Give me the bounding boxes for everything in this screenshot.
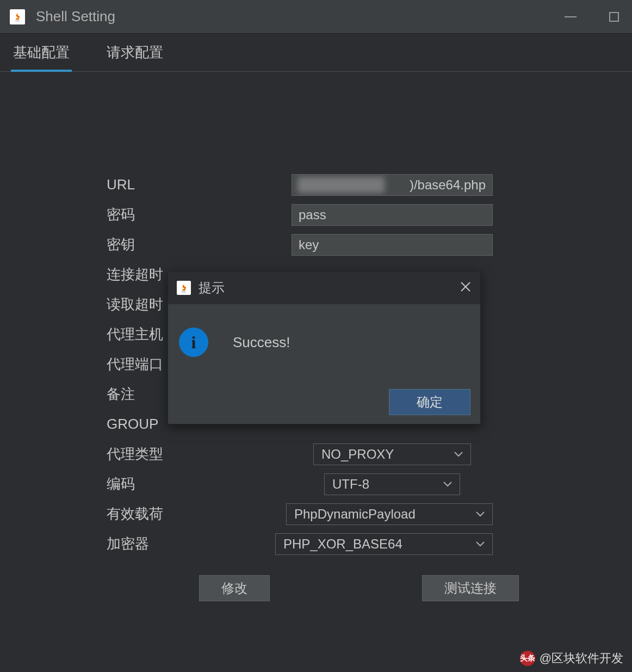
cryptor-value: PHP_XOR_BASE64 xyxy=(283,537,402,552)
label-url: URL xyxy=(107,176,292,193)
chevron-down-icon xyxy=(443,482,452,487)
modify-button[interactable]: 修改 xyxy=(199,575,270,601)
watermark-text: @区块软件开发 xyxy=(540,650,623,667)
dialog-titlebar: 提示 xyxy=(168,272,480,304)
row-password: 密码 xyxy=(107,200,632,230)
dialog-body: i Success! xyxy=(168,304,480,380)
url-visible-text: )/base64.php xyxy=(410,177,486,193)
test-connection-button[interactable]: 测试连接 xyxy=(422,575,519,601)
label-encoding: 编码 xyxy=(107,474,292,494)
titlebar: Shell Setting xyxy=(0,0,632,34)
dialog: 提示 i Success! 确定 xyxy=(168,271,481,424)
label-proxy-type: 代理类型 xyxy=(107,445,292,464)
url-blurred-region xyxy=(298,177,385,193)
button-row: 修改 测试连接 xyxy=(107,575,632,601)
window-title: Shell Setting xyxy=(36,8,562,25)
cryptor-select[interactable]: PHP_XOR_BASE64 xyxy=(275,533,493,555)
row-url: URL )/base64.php xyxy=(107,170,632,200)
java-icon xyxy=(10,9,25,24)
minimize-button[interactable] xyxy=(562,9,579,25)
encoding-select[interactable]: UTF-8 xyxy=(324,473,460,495)
password-input[interactable] xyxy=(292,204,493,226)
key-input[interactable] xyxy=(292,234,493,256)
tabs: 基础配置 请求配置 xyxy=(0,34,632,72)
row-key: 密钥 xyxy=(107,230,632,260)
url-input[interactable]: )/base64.php xyxy=(292,174,493,196)
label-payload: 有效载荷 xyxy=(107,504,292,523)
chevron-down-icon xyxy=(454,452,463,457)
label-key: 密钥 xyxy=(107,235,292,254)
payload-value: PhpDynamicPayload xyxy=(294,507,416,522)
chevron-down-icon xyxy=(476,541,485,547)
dialog-footer: 确定 xyxy=(168,380,480,424)
watermark-badge: 头条 xyxy=(520,651,535,666)
row-proxy-type: 代理类型 NO_PROXY xyxy=(107,439,632,469)
chevron-down-icon xyxy=(476,511,485,517)
tab-basic-config[interactable]: 基础配置 xyxy=(11,34,72,71)
label-password: 密码 xyxy=(107,205,292,224)
maximize-button[interactable] xyxy=(606,9,622,25)
window-controls xyxy=(562,9,622,25)
dialog-title-text: 提示 xyxy=(199,279,460,297)
tab-request-config[interactable]: 请求配置 xyxy=(104,34,165,71)
proxy-type-select[interactable]: NO_PROXY xyxy=(313,443,471,465)
info-icon: i xyxy=(179,328,208,357)
payload-select[interactable]: PhpDynamicPayload xyxy=(286,503,493,525)
label-cryptor: 加密器 xyxy=(107,534,292,553)
encoding-value: UTF-8 xyxy=(332,477,369,492)
proxy-type-value: NO_PROXY xyxy=(321,447,394,462)
row-encoding: 编码 UTF-8 xyxy=(107,469,632,499)
close-button[interactable] xyxy=(460,281,472,295)
ok-button[interactable]: 确定 xyxy=(389,389,470,415)
java-icon xyxy=(177,281,191,295)
dialog-message: Success! xyxy=(233,334,290,351)
row-cryptor: 加密器 PHP_XOR_BASE64 xyxy=(107,529,632,559)
watermark: 头条 @区块软件开发 xyxy=(520,650,623,667)
row-payload: 有效载荷 PhpDynamicPayload xyxy=(107,499,632,529)
